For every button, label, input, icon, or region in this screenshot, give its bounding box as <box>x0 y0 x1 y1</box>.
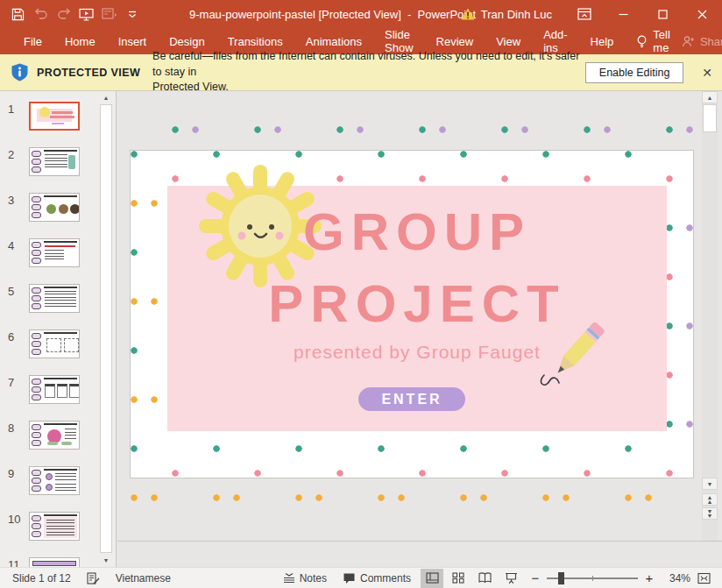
slide-editor-canvas: GROUP PROJECT presented by Group Fauget … <box>117 91 722 567</box>
language-indicator[interactable]: Vietnamese <box>108 568 179 588</box>
status-bar: Slide 1 of 12 Vietnamese Notes Comments … <box>0 567 722 588</box>
tab-file[interactable]: File <box>12 28 53 54</box>
slide-title-line1: GROUP <box>167 195 667 270</box>
account-user-name[interactable]: Tran Dinh Luc <box>481 8 552 21</box>
slide-thumbnail-8[interactable]: 8 <box>0 421 96 450</box>
pencil-illustration <box>527 314 623 391</box>
slide-number: 2 <box>8 148 14 161</box>
normal-view-button[interactable] <box>421 569 443 588</box>
start-slideshow-icon[interactable] <box>75 3 97 25</box>
banner-close-icon[interactable]: ✕ <box>696 60 718 85</box>
save-icon[interactable] <box>7 3 29 25</box>
zoom-slider-thumb[interactable] <box>558 572 564 584</box>
slide-number: 8 <box>8 422 14 435</box>
notes-toggle[interactable]: Notes <box>275 568 335 588</box>
tab-help[interactable]: Help <box>579 28 626 54</box>
thumbnail-scroll-up-icon[interactable]: ▲ <box>99 92 113 103</box>
reading-view-button[interactable] <box>473 569 496 588</box>
undo-icon <box>30 3 52 25</box>
share-button: Share <box>682 35 722 48</box>
enable-editing-button[interactable]: Enable Editing <box>585 62 684 83</box>
slide-number: 5 <box>8 285 14 298</box>
share-person-icon <box>682 35 695 47</box>
scroll-up-icon[interactable]: ▲ <box>702 91 718 103</box>
comments-toggle[interactable]: Comments <box>335 568 419 588</box>
slide-number: 7 <box>8 376 14 389</box>
slide-number: 4 <box>8 239 14 252</box>
thumbnail-scrollbar[interactable]: ▲ ▼ <box>99 91 113 567</box>
slide-number: 11 <box>8 558 20 567</box>
slide-number: 6 <box>8 330 14 344</box>
fit-slide-to-window-icon[interactable] <box>692 569 715 588</box>
slide-number: 10 <box>8 513 20 526</box>
vertical-scrollbar-thumb[interactable] <box>703 104 717 132</box>
minimize-icon[interactable] <box>604 0 643 28</box>
slide-indicator[interactable]: Slide 1 of 12 <box>4 568 79 588</box>
protected-view-message: Be careful—files from the Internet can c… <box>152 49 585 96</box>
slide-sorter-view-button[interactable] <box>447 569 470 588</box>
thumbnail-scrollbar-thumb[interactable] <box>100 104 112 553</box>
zoom-slider[interactable] <box>547 577 638 579</box>
slide-thumbnail-5[interactable]: 5 <box>0 284 96 313</box>
window-title: 9-mau-powerpoint-pastel [Protected View]… <box>189 0 476 28</box>
main-area: 1234567891011 ▲ ▼ <box>0 91 722 567</box>
tab-home[interactable]: Home <box>53 28 107 54</box>
vertical-scrollbar[interactable]: ▲ ▼ ▲▲ ▼▼ <box>702 91 718 541</box>
slide-layout-icon <box>98 3 120 25</box>
slide-thumbnail-4[interactable]: 4 <box>0 238 96 267</box>
thumbnail-scroll-down-icon[interactable]: ▼ <box>99 555 113 566</box>
zoom-in-icon[interactable]: + <box>645 570 654 585</box>
title-bar: 9-mau-powerpoint-pastel [Protected View]… <box>0 0 722 28</box>
close-icon[interactable] <box>683 0 722 28</box>
slide-thumbnail-11[interactable]: 11 <box>0 557 96 567</box>
quick-access-toolbar <box>0 3 143 25</box>
slide-thumbnail-panel: 1234567891011 ▲ ▼ <box>0 91 117 567</box>
previous-slide-icon[interactable]: ▲▲ <box>702 493 718 506</box>
slide-thumbnail-2[interactable]: 2 <box>0 147 96 176</box>
customize-quick-access-toolbar-icon[interactable] <box>121 3 143 25</box>
zoom-out-icon[interactable]: − <box>531 570 540 585</box>
zoom-level[interactable]: 34% <box>661 572 690 584</box>
slide-thumbnail-1[interactable]: 1 <box>0 102 96 131</box>
scroll-down-icon[interactable]: ▼ <box>702 478 718 490</box>
slide-thumbnail-7[interactable]: 7 <box>0 375 96 404</box>
zoom-control: − + <box>531 570 654 585</box>
shield-icon <box>11 63 28 81</box>
slide-thumbnail-10[interactable]: 10 <box>0 512 96 541</box>
slide-1-canvas[interactable]: GROUP PROJECT presented by Group Fauget … <box>131 151 693 478</box>
enter-button-shape[interactable]: ENTER <box>358 387 465 411</box>
maximize-icon[interactable] <box>643 0 683 28</box>
slide-number: 9 <box>8 467 14 480</box>
ribbon-display-options-icon[interactable] <box>564 0 604 28</box>
slide-number: 3 <box>8 194 14 207</box>
redo-icon <box>53 3 74 25</box>
tab-insert[interactable]: Insert <box>107 28 159 54</box>
slide-show-view-button[interactable] <box>499 569 522 588</box>
lightbulb-icon <box>636 35 648 48</box>
slide-number: 1 <box>8 103 14 116</box>
slide-thumbnail-9[interactable]: 9 <box>0 466 96 495</box>
next-slide-icon[interactable]: ▼▼ <box>702 507 718 520</box>
proofing-icon[interactable] <box>79 568 108 588</box>
protected-view-label: PROTECTED VIEW <box>37 67 140 79</box>
warning-icon <box>461 8 475 20</box>
protected-view-banner: PROTECTED VIEW Be careful—files from the… <box>0 54 722 91</box>
slide-thumbnail-6[interactable]: 6 <box>0 329 96 358</box>
notes-pane-divider[interactable] <box>117 541 722 542</box>
slide-thumbnail-3[interactable]: 3 <box>0 193 96 222</box>
tab-tell-me[interactable]: Tell me <box>625 28 682 54</box>
